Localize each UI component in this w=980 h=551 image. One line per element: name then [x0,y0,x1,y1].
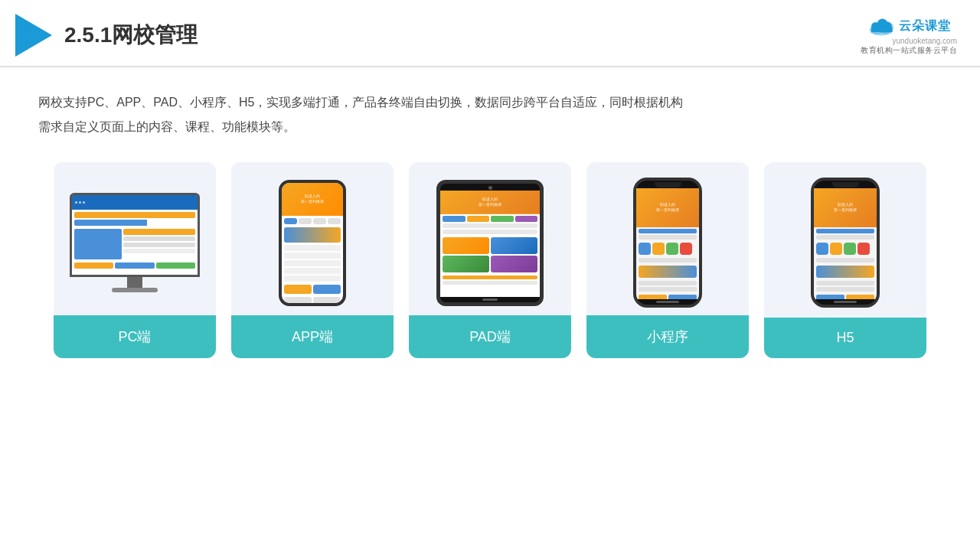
app-phone-mock: 职进人的第一堂列推课 [279,180,346,306]
brand-logo: 云朵课堂 yunduoketang.com 教育机构一站式服务云平台 [861,15,957,55]
card-pad-label: PAD端 [409,315,571,358]
card-pad-image: 职进人的第一堂列推课 [409,162,571,315]
brand-cloud: 云朵课堂 [867,15,951,37]
card-app-label: APP端 [231,315,394,358]
card-miniprogram-label: 小程序 [586,315,749,358]
brand-url: yunduoketang.com [861,37,957,45]
card-pad: 职进人的第一堂列推课 [409,162,571,358]
card-pc: PC端 [54,162,216,358]
brand-tagline: 教育机构一站式服务云平台 [861,45,957,55]
card-h5-image: 职进人的第一堂列推课 [764,162,926,315]
svg-rect-6 [871,28,892,32]
card-app-image: 职进人的第一堂列推课 [231,162,394,315]
brand-name: 云朵课堂 [899,18,951,34]
cloud-icon [867,15,896,37]
card-miniprogram-image: 职进人的第一堂列推课 [586,162,749,315]
pc-device-mock [70,193,200,292]
card-h5: 职进人的第一堂列推课 [764,162,926,358]
phone-mock-2: 职进人的第一堂列推课 [811,178,880,308]
logo-triangle-icon [15,14,52,57]
card-miniprogram: 职进人的第一堂列推课 [586,162,749,358]
header-right: 云朵课堂 yunduoketang.com 教育机构一站式服务云平台 [861,15,957,55]
card-pc-label: PC端 [54,315,216,358]
tablet-mock: 职进人的第一堂列推课 [436,180,544,306]
card-pc-image [54,162,216,315]
page-header: 2.5.1网校管理 云朵课堂 yunduoketang.com 教育机构一站式服… [0,0,980,67]
phone-mock-1: 职进人的第一堂列推课 [633,178,702,308]
header-left: 2.5.1网校管理 [15,14,198,57]
page-title: 2.5.1网校管理 [64,21,198,50]
cards-area: PC端 职进人的第一堂列推课 [38,162,942,358]
card-h5-label: H5 [764,318,926,358]
card-app: 职进人的第一堂列推课 [231,162,394,358]
description-text: 网校支持PC、APP、PAD、小程序、H5，实现多端打通，产品各终端自由切换，数… [38,90,942,139]
main-content: 网校支持PC、APP、PAD、小程序、H5，实现多端打通，产品各终端自由切换，数… [0,67,980,373]
